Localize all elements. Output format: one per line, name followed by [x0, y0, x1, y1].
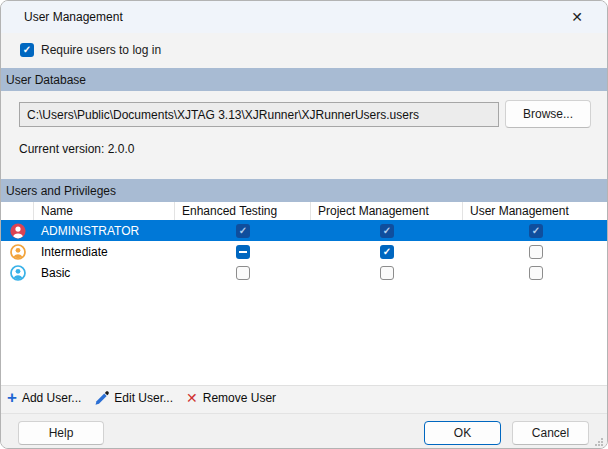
enhanced-testing-checkbox[interactable]	[236, 224, 250, 238]
current-version-label: Current version: 2.0.0	[19, 142, 134, 156]
intermediate-user-icon	[1, 241, 34, 262]
project-management-column-header[interactable]: Project Management	[311, 202, 463, 220]
enhanced-testing-checkbox[interactable]	[236, 245, 250, 259]
require-login-label: Require users to log in	[41, 43, 161, 57]
users-table: Name Enhanced Testing Project Management…	[1, 202, 608, 386]
database-path-value: C:\Users\Public\Documents\XJTAG 3.13\XJR…	[27, 108, 419, 122]
user-name: Basic	[34, 262, 175, 283]
titlebar: User Management ✕	[1, 1, 607, 33]
resize-grip[interactable]	[593, 436, 603, 446]
help-button[interactable]: Help	[18, 421, 104, 445]
name-column-header[interactable]: Name	[34, 202, 175, 220]
user-management-checkbox[interactable]	[529, 266, 543, 280]
require-login-checkbox[interactable]	[20, 43, 34, 57]
user-management-checkbox[interactable]	[529, 245, 543, 259]
table-row-basic[interactable]: Basic	[1, 262, 608, 283]
admin-user-icon	[1, 220, 34, 241]
footer-bar: Help OK Cancel	[1, 413, 607, 449]
database-path-field[interactable]: C:\Users\Public\Documents\XJTAG 3.13\XJR…	[19, 102, 499, 127]
user-name: Intermediate	[34, 241, 175, 262]
add-user-link[interactable]: + Add User...	[7, 391, 81, 405]
user-actions-bar: + Add User... Edit User... ✕ Remove User	[7, 389, 276, 407]
user-management-checkbox[interactable]	[529, 224, 543, 238]
edit-user-label: Edit User...	[114, 391, 173, 405]
edit-user-link[interactable]: Edit User...	[94, 391, 173, 406]
table-row-intermediate[interactable]: Intermediate	[1, 241, 608, 262]
enhanced-testing-column-header[interactable]: Enhanced Testing	[175, 202, 311, 220]
add-user-label: Add User...	[22, 391, 81, 405]
enhanced-testing-checkbox[interactable]	[236, 266, 250, 280]
close-icon[interactable]: ✕	[561, 4, 593, 30]
browse-button[interactable]: Browse...	[505, 100, 591, 128]
users-table-header: Name Enhanced Testing Project Management…	[1, 202, 608, 220]
remove-user-link[interactable]: ✕ Remove User	[186, 391, 276, 405]
require-login-row: Require users to log in	[20, 43, 161, 57]
project-management-checkbox[interactable]	[380, 245, 394, 259]
remove-x-icon: ✕	[186, 391, 198, 405]
window-title: User Management	[24, 10, 123, 24]
table-row-administrator[interactable]: ADMINISTRATOR	[1, 220, 608, 241]
pencil-icon	[94, 391, 109, 406]
ok-button[interactable]: OK	[424, 421, 501, 445]
user-database-section-header: User Database	[1, 68, 607, 91]
plus-icon: +	[7, 391, 17, 405]
cancel-button[interactable]: Cancel	[512, 421, 589, 445]
project-management-checkbox[interactable]	[380, 266, 394, 280]
user-management-dialog: User Management ✕ Require users to log i…	[0, 0, 608, 449]
user-name: ADMINISTRATOR	[34, 220, 175, 241]
icon-column-header	[1, 202, 34, 220]
users-privileges-section-header: Users and Privileges	[1, 179, 607, 202]
user-management-column-header[interactable]: User Management	[463, 202, 608, 220]
remove-user-label: Remove User	[203, 391, 276, 405]
basic-user-icon	[1, 262, 34, 283]
project-management-checkbox[interactable]	[380, 224, 394, 238]
